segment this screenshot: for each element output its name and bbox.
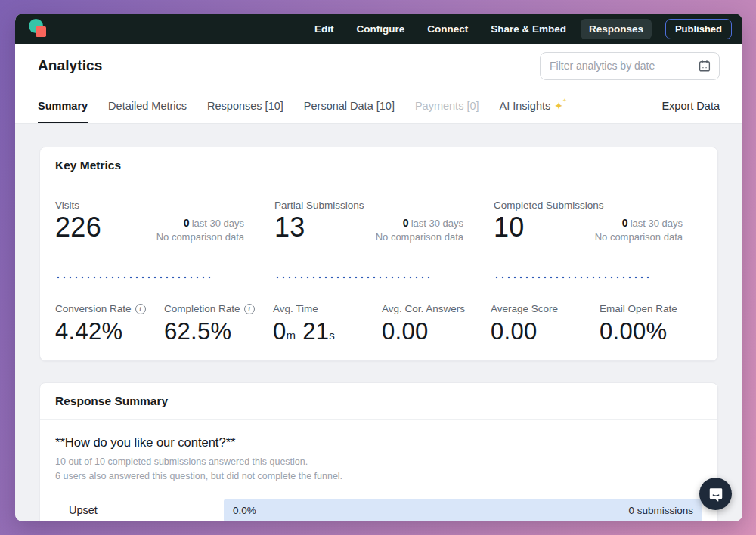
logo-square [36,26,46,37]
delta-label: last 30 days [631,218,683,229]
page-header: Analytics [15,44,742,88]
chat-launcher-button[interactable] [699,478,732,510]
nav-item-configure[interactable]: Configure [349,19,414,39]
metric-value: 62.5% [164,318,267,345]
metric-average-score: Average Score 0.00 [491,303,593,345]
metric-value: 0m 21s [273,318,376,345]
desktop-background: Edit Configure Connect Share & Embed Res… [0,0,756,535]
avg-time-minutes: 0 [273,318,287,345]
calendar-icon[interactable] [698,59,711,73]
metric-label: Completed Submissions [494,199,702,211]
nav-item-responses[interactable]: Responses [581,19,652,39]
tab-payments[interactable]: Payments [0] [415,88,479,123]
metric-delta: 0last 30 days No comparison data [376,212,483,243]
answer-option-label: Upset [55,504,224,516]
tab-personal-data[interactable]: Personal Data [10] [304,88,395,123]
delta-value: 0 [622,217,628,229]
metric-partial-submissions: Partial Submissions 13 0last 30 days No … [274,199,483,279]
response-summary-body: **How do you like our content?** 10 out … [40,420,717,521]
key-metrics-card: Key Metrics Visits 226 0last 30 days No … [39,147,718,361]
metric-label: Email Open Rate [600,303,677,314]
tab-detailed-metrics[interactable]: Detailed Metrics [108,88,187,123]
answer-submission-count: 0 submissions [628,505,693,516]
tab-summary[interactable]: Summary [38,88,88,123]
metric-label: Completion Rate [164,303,240,314]
metric-value: 10 [494,212,525,243]
answer-bar: 0.0% 0 submissions [224,499,702,521]
delta-label: last 30 days [411,218,463,229]
avg-time-minutes-unit: m [287,329,296,342]
nav-item-edit[interactable]: Edit [306,19,342,39]
metric-value: 226 [55,212,101,243]
metric-avg-time: Avg. Time 0m 21s [273,303,376,345]
metric-avg-cor-answers: Avg. Cor. Answers 0.00 [382,303,485,345]
visits-sparkline [55,276,214,279]
delta-value: 0 [184,217,190,229]
metric-conversion-rate: Conversion Ratei 4.42% [55,303,158,345]
question-subline-2: 6 users also answered this question, but… [55,469,702,484]
metric-value: 0.00 [382,318,485,345]
app-logo-icon[interactable] [29,19,48,39]
metric-visits: Visits 226 0last 30 days No comparison d… [55,199,264,279]
metrics-bottom-row: Conversion Ratei 4.42% Completion Ratei … [55,303,702,345]
top-navbar: Edit Configure Connect Share & Embed Res… [15,14,742,44]
response-summary-card: Response Summary **How do you like our c… [39,382,718,521]
metric-value: 0.00% [600,318,702,345]
tab-responses[interactable]: Responses [10] [207,88,284,123]
comparison-note: No comparison data [376,231,463,243]
tab-ai-insights[interactable]: AI Insights ✦ [500,88,563,123]
metric-delta: 0last 30 days No comparison data [156,212,264,243]
response-summary-title: Response Summary [40,383,717,420]
tab-ai-insights-label: AI Insights [500,100,551,112]
metric-email-open-rate: Email Open Rate 0.00% [600,303,702,345]
comparison-note: No comparison data [595,231,683,243]
metric-label: Average Score [491,303,558,314]
info-icon[interactable]: i [135,304,146,314]
key-metrics-body: Visits 226 0last 30 days No comparison d… [40,184,717,360]
avg-time-seconds: 21 [302,318,329,345]
metric-label: Conversion Rate [55,303,132,314]
metric-completed-submissions: Completed Submissions 10 0last 30 days N… [494,199,702,279]
metric-label: Avg. Cor. Answers [382,303,465,314]
comparison-note: No comparison data [156,231,244,243]
delta-label: last 30 days [192,218,244,229]
metric-label: Visits [55,199,264,211]
analytics-content: Key Metrics Visits 226 0last 30 days No … [15,124,742,521]
key-metrics-title: Key Metrics [40,147,717,184]
metric-completion-rate: Completion Ratei 62.5% [164,303,267,345]
question-subtext: 10 out of 10 completed submissions answe… [55,455,702,484]
avg-time-seconds-unit: s [329,329,335,342]
metric-value: 0.00 [491,318,593,345]
answer-percent: 0.0% [233,505,256,516]
answer-row-upset: Upset 0.0% 0 submissions [55,499,702,521]
sparkle-icon: ✦ [554,101,563,111]
page-title: Analytics [38,57,102,74]
question-subline-1: 10 out of 10 completed submissions answe… [55,455,702,469]
date-filter [540,52,720,80]
analytics-tabbar: Summary Detailed Metrics Responses [10] … [15,88,742,124]
delta-value: 0 [403,217,409,229]
partial-submissions-sparkline [274,276,433,279]
nav-item-connect[interactable]: Connect [419,19,476,39]
navbar-menu: Edit Configure Connect Share & Embed Res… [306,19,652,39]
metrics-top-row: Visits 226 0last 30 days No comparison d… [55,199,702,279]
chat-bubble-icon [708,486,724,503]
app-window: Edit Configure Connect Share & Embed Res… [15,14,742,521]
nav-item-share-embed[interactable]: Share & Embed [482,19,575,39]
info-icon[interactable]: i [244,304,255,314]
metric-value: 13 [274,212,305,243]
metric-label: Avg. Time [273,303,318,314]
date-filter-input[interactable] [540,52,720,80]
export-data-button[interactable]: Export Data [662,88,720,123]
metric-delta: 0last 30 days No comparison data [595,212,702,243]
metric-label: Partial Submissions [274,199,483,211]
metric-value: 4.42% [55,318,158,345]
completed-submissions-sparkline [494,276,652,279]
published-button[interactable]: Published [665,19,732,39]
question-title: **How do you like our content?** [55,435,702,450]
